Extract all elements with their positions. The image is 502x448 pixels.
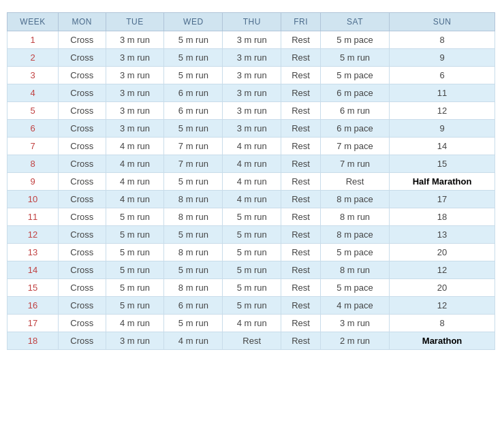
data-cell: 5 m run: [106, 261, 164, 279]
data-cell: 4 m pace: [321, 297, 390, 315]
week-cell: 14: [7, 261, 59, 279]
data-cell: Cross: [59, 279, 106, 297]
week-cell: 12: [7, 226, 59, 244]
week-cell: 16: [7, 297, 59, 315]
data-cell: 5 m pace: [321, 244, 390, 261]
data-cell: Rest: [281, 84, 321, 102]
data-cell: 3 m run: [223, 31, 281, 49]
data-cell: Cross: [59, 138, 106, 155]
week-cell: 17: [7, 315, 59, 332]
data-cell: 4 m run: [223, 191, 281, 208]
data-cell: 8 m run: [164, 244, 223, 261]
data-cell: Rest: [281, 244, 321, 261]
data-cell: 15: [390, 155, 495, 173]
week-cell: 7: [7, 138, 59, 155]
data-cell: Rest: [281, 315, 321, 332]
data-cell: 4 m run: [106, 315, 164, 332]
week-cell: 6: [7, 120, 59, 138]
data-cell: Cross: [59, 244, 106, 261]
week-cell: 8: [7, 155, 59, 173]
week-cell: 11: [7, 208, 59, 226]
data-cell: 5 m run: [164, 261, 223, 279]
data-cell: 3 m run: [223, 102, 281, 120]
data-cell: Cross: [59, 332, 106, 350]
data-cell: 7 m run: [164, 138, 223, 155]
data-cell: 20: [390, 279, 495, 297]
week-cell: 5: [7, 102, 59, 120]
data-cell: Cross: [59, 315, 106, 332]
data-cell: 7 m run: [321, 155, 390, 173]
data-cell: Rest: [281, 155, 321, 173]
table-row: 13Cross5 m run8 m run5 m runRest5 m pace…: [7, 244, 495, 261]
table-row: 6Cross3 m run5 m run3 m runRest6 m pace9: [7, 120, 495, 138]
data-cell: 4 m run: [223, 173, 281, 191]
col-header-tue: TUE: [106, 13, 164, 31]
data-cell: 5 m run: [164, 173, 223, 191]
table-row: 15Cross5 m run8 m run5 m runRest5 m pace…: [7, 279, 495, 297]
week-cell: 2: [7, 49, 59, 67]
data-cell: 3 m run: [106, 67, 164, 84]
data-cell: Rest: [281, 226, 321, 244]
data-cell: Rest: [281, 297, 321, 315]
data-cell: 5 m run: [106, 244, 164, 261]
table-row: 14Cross5 m run5 m run5 m runRest8 m run1…: [7, 261, 495, 279]
data-cell: Half Marathon: [390, 173, 495, 191]
table-row: 11Cross5 m run8 m run5 m runRest8 m run1…: [7, 208, 495, 226]
data-cell: Cross: [59, 67, 106, 84]
data-cell: 4 m run: [106, 173, 164, 191]
data-cell: Rest: [281, 332, 321, 350]
data-cell: Rest: [281, 138, 321, 155]
data-cell: Rest: [281, 120, 321, 138]
data-cell: Cross: [59, 102, 106, 120]
data-cell: 4 m run: [106, 155, 164, 173]
data-cell: 5 m run: [164, 67, 223, 84]
data-cell: 5 m pace: [321, 31, 390, 49]
week-cell: 1: [7, 31, 59, 49]
data-cell: 4 m run: [223, 315, 281, 332]
data-cell: 17: [390, 191, 495, 208]
data-cell: 13: [390, 226, 495, 244]
data-cell: Rest: [281, 31, 321, 49]
data-cell: 4 m run: [223, 155, 281, 173]
data-cell: Cross: [59, 261, 106, 279]
data-cell: 5 m run: [106, 226, 164, 244]
col-header-thu: THU: [223, 13, 281, 31]
data-cell: 4 m run: [106, 191, 164, 208]
training-table: WEEKMONTUEWEDTHUFRISATSUN 1Cross3 m run5…: [7, 12, 495, 350]
data-cell: Rest: [321, 173, 390, 191]
col-header-week: WEEK: [7, 13, 59, 31]
data-cell: 12: [390, 297, 495, 315]
table-row: 3Cross3 m run5 m run3 m runRest5 m pace6: [7, 67, 495, 84]
data-cell: 9: [390, 49, 495, 67]
data-cell: 3 m run: [106, 102, 164, 120]
data-cell: 3 m run: [223, 120, 281, 138]
data-cell: 6: [390, 67, 495, 84]
table-row: 10Cross4 m run8 m run4 m runRest8 m pace…: [7, 191, 495, 208]
data-cell: 5 m run: [164, 226, 223, 244]
week-cell: 15: [7, 279, 59, 297]
data-cell: Rest: [281, 279, 321, 297]
data-cell: 9: [390, 120, 495, 138]
data-cell: 3 m run: [321, 315, 390, 332]
data-cell: 5 m pace: [321, 279, 390, 297]
table-row: 9Cross4 m run5 m run4 m runRestRestHalf …: [7, 173, 495, 191]
data-cell: 7 m run: [164, 155, 223, 173]
data-cell: 5 m run: [223, 244, 281, 261]
table-row: 18Cross3 m run4 m runRestRest2 m runMara…: [7, 332, 495, 350]
data-cell: 8: [390, 315, 495, 332]
col-header-wed: WED: [164, 13, 223, 31]
data-cell: Rest: [281, 261, 321, 279]
data-cell: Cross: [59, 120, 106, 138]
data-cell: Cross: [59, 226, 106, 244]
data-cell: 8 m pace: [321, 191, 390, 208]
data-cell: 5 m run: [223, 208, 281, 226]
data-cell: 5 m pace: [321, 67, 390, 84]
data-cell: 5 m run: [223, 261, 281, 279]
data-cell: 12: [390, 102, 495, 120]
week-cell: 18: [7, 332, 59, 350]
data-cell: 3 m run: [106, 84, 164, 102]
data-cell: Cross: [59, 191, 106, 208]
data-cell: 8 m run: [321, 261, 390, 279]
week-cell: 10: [7, 191, 59, 208]
data-cell: Cross: [59, 297, 106, 315]
